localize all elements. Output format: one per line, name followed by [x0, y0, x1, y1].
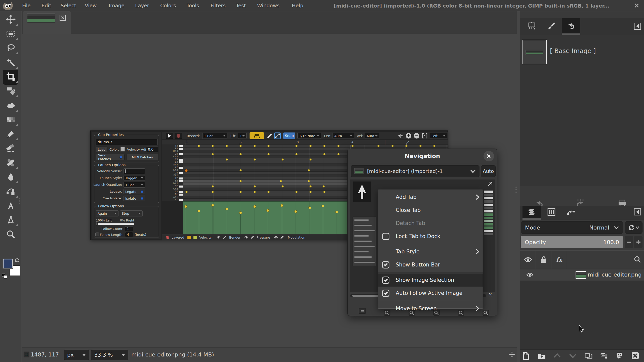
- piano-key-white[interactable]: [179, 191, 183, 193]
- tab-layers[interactable]: [522, 206, 541, 218]
- default-colors-bg-icon[interactable]: [4, 275, 7, 279]
- legato-button[interactable]: Legato: [124, 189, 145, 194]
- crop-tool-icon[interactable]: [6, 72, 16, 81]
- tab-tool-options[interactable]: [542, 18, 561, 33]
- piano-key-white[interactable]: [179, 161, 183, 163]
- visibility-column-eye-cell[interactable]: [520, 251, 536, 269]
- menu-colors[interactable]: Colors: [160, 3, 176, 9]
- measure-tool-icon[interactable]: [6, 215, 16, 225]
- menu-image[interactable]: Image: [109, 3, 125, 9]
- midi-note[interactable]: [309, 191, 312, 193]
- menu-test[interactable]: Test: [236, 3, 246, 9]
- piano-key-white[interactable]: [179, 177, 183, 179]
- preview-expand-corner-icon[interactable]: [488, 181, 493, 187]
- image-tab[interactable]: [23, 11, 71, 34]
- fx-column-cell[interactable]: fx: [551, 251, 567, 269]
- midi-note[interactable]: [239, 169, 242, 171]
- dock-resize-grip[interactable]: [515, 187, 517, 193]
- mode-switch-button[interactable]: [625, 221, 642, 234]
- layer-row[interactable]: midi-cue-editor.png: [520, 269, 644, 281]
- nav-zoom-button-icon[interactable]: [482, 310, 489, 316]
- menu-filters[interactable]: Filters: [211, 3, 226, 9]
- piano-key-white[interactable]: [179, 180, 183, 182]
- piano-key-white[interactable]: [179, 194, 183, 196]
- length-dropdown[interactable]: Auto: [333, 133, 354, 139]
- text-tool-icon[interactable]: [6, 201, 16, 210]
- midi-note[interactable]: [212, 191, 214, 193]
- midi-note-accent[interactable]: [185, 169, 188, 172]
- opacity-decrease-button[interactable]: [625, 236, 633, 248]
- midi-note[interactable]: [405, 145, 408, 147]
- midi-note[interactable]: [323, 185, 325, 188]
- velocity-handle[interactable]: [253, 205, 256, 208]
- midi-note[interactable]: [212, 145, 214, 147]
- new-layer-icon[interactable]: [522, 352, 531, 360]
- layer-list-empty-area[interactable]: [520, 281, 644, 349]
- midi-note[interactable]: [337, 145, 340, 147]
- midi-note[interactable]: [239, 191, 242, 193]
- midi-note[interactable]: [323, 153, 326, 155]
- tab-images[interactable]: [522, 18, 541, 33]
- rectangle-select-tool-icon[interactable]: [6, 29, 16, 38]
- navigation-close-button[interactable]: [484, 151, 494, 161]
- midi-note[interactable]: [226, 158, 228, 161]
- fuzzy-select-tool-icon[interactable]: [6, 58, 16, 67]
- context-menu-item-lock-tab-to-dock[interactable]: Lock Tab to Dock: [378, 230, 483, 243]
- ink-tool-icon[interactable]: [6, 129, 16, 139]
- launch-style-dropdown[interactable]: Trigger: [124, 175, 145, 181]
- midi-note[interactable]: [337, 153, 340, 155]
- midi-note[interactable]: [281, 185, 284, 188]
- history-base-thumbnail[interactable]: [522, 40, 547, 64]
- line-tool-button[interactable]: [274, 132, 281, 139]
- checked-checkbox-icon[interactable]: [382, 261, 389, 268]
- tab-paths[interactable]: [562, 206, 580, 218]
- menu-layer[interactable]: Layer: [135, 3, 149, 9]
- layer-visibility-eye-icon[interactable]: [526, 272, 533, 278]
- zoom-dropdown[interactable]: 33.3 %: [91, 350, 128, 360]
- add-mask-icon[interactable]: [616, 352, 624, 360]
- midi-patches-button[interactable]: MIDI Patches: [127, 154, 158, 160]
- image-selector-dropdown[interactable]: [midi-cue-editor] (imported)-1: [351, 165, 479, 177]
- midi-note[interactable]: [254, 158, 256, 161]
- checked-checkbox-icon[interactable]: [382, 290, 389, 297]
- midi-note[interactable]: [295, 145, 298, 147]
- context-menu-item-detach-tab[interactable]: Detach Tab: [378, 217, 483, 230]
- duplicate-layer-icon[interactable]: [584, 352, 593, 360]
- unchecked-checkbox-icon[interactable]: [382, 233, 389, 240]
- midi-note[interactable]: [391, 145, 394, 147]
- window-close-icon[interactable]: [634, 3, 639, 8]
- gradient-tool-icon[interactable]: [6, 115, 16, 124]
- midi-note[interactable]: [254, 185, 256, 188]
- pencil-tool-icon[interactable]: [267, 133, 273, 139]
- checked-checkbox-icon[interactable]: [382, 277, 389, 284]
- new-group-icon[interactable]: [538, 352, 546, 360]
- cue-isolate-button[interactable]: Isolate: [124, 196, 145, 201]
- velocity-handle[interactable]: [211, 204, 214, 207]
- align-dropdown[interactable]: Left: [430, 133, 447, 139]
- pencil-icon[interactable]: [251, 235, 254, 239]
- lock-column-lock-cell[interactable]: [536, 251, 551, 269]
- midi-note[interactable]: [198, 145, 200, 147]
- menu-file[interactable]: File: [22, 3, 30, 9]
- velocity-handle[interactable]: [239, 211, 242, 214]
- clip-name-field[interactable]: drums-7: [96, 139, 158, 145]
- zoom-out-icon[interactable]: [414, 133, 420, 139]
- midi-note[interactable]: [239, 153, 242, 155]
- midi-note[interactable]: [281, 158, 284, 161]
- dock-collapse-icon[interactable]: [634, 208, 641, 215]
- merge-down-icon[interactable]: [600, 352, 609, 360]
- layer-thumbnail[interactable]: [576, 271, 586, 279]
- midi-note[interactable]: [351, 145, 354, 147]
- auto-follow-button[interactable]: Auto: [481, 165, 496, 177]
- velocity-handle[interactable]: [308, 206, 311, 209]
- dock-collapse-icon[interactable]: [634, 23, 641, 30]
- velocity-handle[interactable]: [321, 205, 324, 207]
- eye-icon[interactable]: [216, 236, 221, 239]
- layer-mode-dropdown[interactable]: Mode Normal: [521, 221, 623, 234]
- canvas-navigation-icon[interactable]: [509, 351, 515, 358]
- follow-stop-dropdown[interactable]: Stop: [120, 210, 143, 216]
- midi-note[interactable]: [280, 180, 282, 182]
- eye-icon[interactable]: [244, 236, 249, 239]
- move-tool-icon[interactable]: [6, 15, 16, 24]
- eraser-tool-icon[interactable]: [6, 144, 16, 153]
